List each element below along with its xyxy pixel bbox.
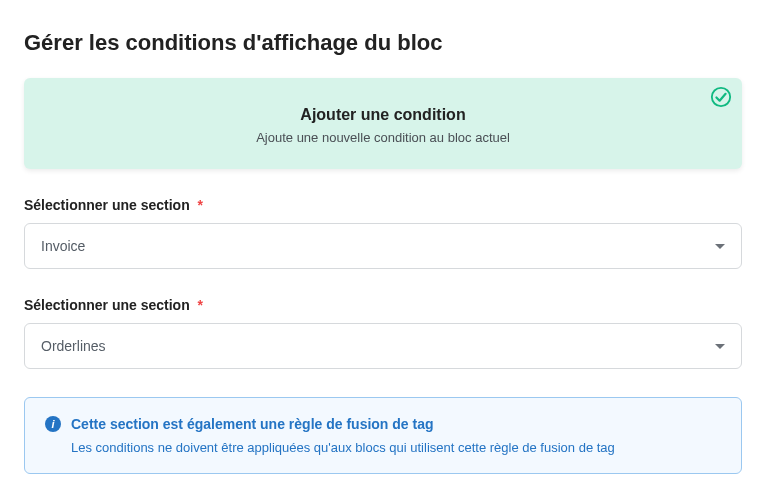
info-panel: i Cette section est également une règle …: [24, 397, 742, 474]
section-label: Sélectionner une section *: [24, 197, 742, 213]
required-mark: *: [198, 197, 203, 213]
add-condition-panel[interactable]: Ajouter une condition Ajoute une nouvell…: [24, 78, 742, 169]
section-select-value: Invoice: [41, 238, 85, 254]
info-icon: i: [45, 416, 61, 432]
svg-point-0: [712, 88, 730, 106]
page-title: Gérer les conditions d'affichage du bloc: [24, 30, 742, 56]
check-icon: [710, 86, 732, 108]
section-select-orderlines[interactable]: Orderlines: [24, 323, 742, 369]
chevron-down-icon: [715, 344, 725, 349]
info-body: Les conditions ne doivent être appliquée…: [71, 440, 721, 455]
info-title: Cette section est également une règle de…: [71, 416, 434, 432]
add-condition-title: Ajouter une condition: [44, 106, 722, 124]
section-select-value: Orderlines: [41, 338, 106, 354]
required-mark: *: [198, 297, 203, 313]
section-select-invoice[interactable]: Invoice: [24, 223, 742, 269]
section-label: Sélectionner une section *: [24, 297, 742, 313]
section-label-text: Sélectionner une section: [24, 297, 190, 313]
section-label-text: Sélectionner une section: [24, 197, 190, 213]
chevron-down-icon: [715, 244, 725, 249]
add-condition-subtitle: Ajoute une nouvelle condition au bloc ac…: [44, 130, 722, 145]
